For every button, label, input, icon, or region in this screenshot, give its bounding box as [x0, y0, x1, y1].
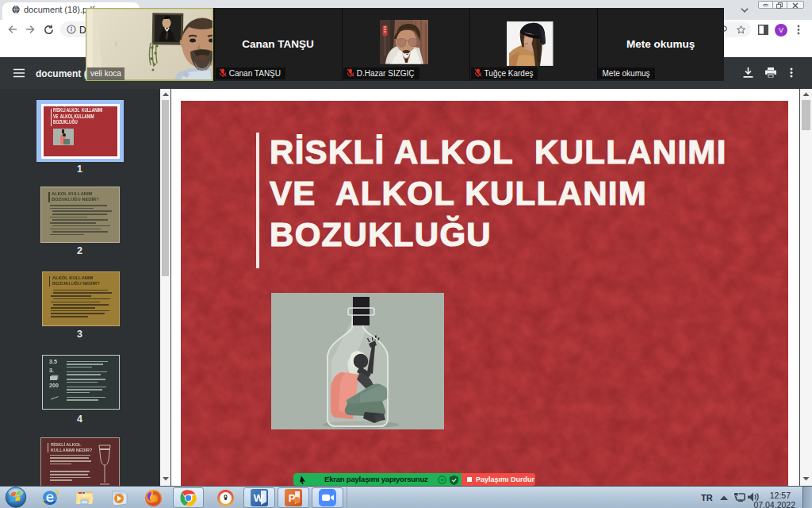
svg-text:W: W [254, 492, 264, 504]
svg-text:P: P [289, 492, 296, 504]
